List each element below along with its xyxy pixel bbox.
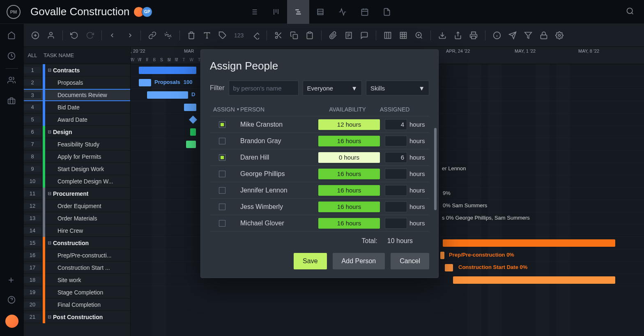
col-availability[interactable]: AVAILABILITY: [315, 106, 380, 113]
filter-name-input[interactable]: [229, 81, 299, 95]
bar-design[interactable]: [190, 128, 196, 136]
view-sheet-icon[interactable]: [309, 0, 331, 24]
hours-input[interactable]: [385, 119, 407, 130]
bar-feasibility[interactable]: [186, 141, 196, 148]
task-row[interactable]: 19Stage Completion: [24, 286, 130, 299]
lock-icon[interactable]: [540, 31, 548, 39]
hours-input[interactable]: [385, 185, 407, 196]
add-task-icon[interactable]: [31, 31, 39, 39]
task-row[interactable]: 8Apply for Permits: [24, 151, 130, 163]
columns-icon[interactable]: [384, 31, 392, 39]
filter-skills-select[interactable]: Skills ▼: [366, 81, 429, 95]
paste-icon[interactable]: [306, 31, 314, 39]
task-row[interactable]: 20Final Completion: [24, 299, 130, 311]
settings-icon[interactable]: [555, 31, 564, 39]
hours-input[interactable]: [385, 202, 407, 212]
hours-input[interactable]: [385, 218, 407, 229]
task-row[interactable]: 13Order Materials: [24, 212, 130, 225]
save-button[interactable]: Save: [294, 253, 327, 269]
add-icon[interactable]: [7, 276, 17, 286]
zoom-icon[interactable]: [415, 31, 423, 39]
text-format-icon[interactable]: [203, 31, 211, 39]
attach-icon[interactable]: [329, 31, 337, 39]
col-person[interactable]: PERSON: [240, 106, 315, 113]
app-logo[interactable]: PM: [7, 5, 21, 19]
task-row[interactable]: 4Bid Date: [24, 101, 130, 114]
assign-checkbox[interactable]: [219, 154, 225, 161]
task-row[interactable]: 2Proposals: [24, 76, 130, 89]
task-row[interactable]: 16Prep/Pre-constructi...: [24, 249, 130, 262]
milestone-award[interactable]: [189, 116, 197, 124]
view-board-icon[interactable]: [265, 0, 287, 24]
assign-checkbox[interactable]: [219, 171, 225, 177]
bar-bid-date[interactable]: [184, 104, 196, 111]
collapse-icon[interactable]: ⊟: [48, 314, 51, 320]
bar-contracts[interactable]: [139, 67, 196, 74]
task-row[interactable]: 10Complete Design W...: [24, 175, 130, 188]
add-person-button[interactable]: Add Person: [333, 253, 385, 269]
bar-proposals[interactable]: Proposals100: [139, 79, 151, 86]
bar-const-start[interactable]: [445, 264, 453, 271]
bar-construction[interactable]: [443, 239, 615, 247]
task-row[interactable]: 14Hire Crew: [24, 225, 130, 237]
task-row[interactable]: 5Award Date: [24, 114, 130, 126]
cut-icon[interactable]: [274, 31, 283, 39]
collapse-icon[interactable]: ⊟: [48, 240, 51, 246]
task-row[interactable]: 6⊟Design: [24, 126, 130, 138]
assign-icon[interactable]: [47, 31, 55, 39]
indent-icon[interactable]: [125, 31, 133, 39]
collapse-icon[interactable]: ⊟: [48, 129, 51, 134]
redo-icon[interactable]: [86, 31, 94, 39]
link-icon[interactable]: [148, 31, 156, 39]
col-all[interactable]: ALL: [24, 52, 41, 58]
note-icon[interactable]: [345, 31, 353, 39]
bar-sitework[interactable]: [453, 276, 615, 284]
col-assign[interactable]: ASSIGN▼: [210, 106, 240, 113]
view-gantt-icon[interactable]: [287, 0, 309, 24]
task-row[interactable]: 7Feasibility Study: [24, 138, 130, 151]
copy-icon[interactable]: [290, 31, 298, 39]
briefcase-icon[interactable]: [7, 97, 16, 106]
task-row[interactable]: 17Construction Start ...: [24, 262, 130, 274]
print-icon[interactable]: [469, 31, 478, 39]
view-file-icon[interactable]: [376, 0, 398, 24]
col-task-name[interactable]: TASK NAME: [41, 52, 130, 58]
col-assigned[interactable]: ASSIGNED: [380, 106, 429, 113]
help-icon[interactable]: [7, 296, 16, 305]
view-activity-icon[interactable]: [331, 0, 354, 24]
hours-input[interactable]: [385, 169, 407, 179]
avatar-user-gp[interactable]: GP: [142, 7, 152, 17]
cancel-button[interactable]: Cancel: [391, 253, 429, 269]
export-icon[interactable]: [438, 31, 446, 39]
share-icon[interactable]: [454, 31, 462, 39]
assign-checkbox[interactable]: [219, 138, 225, 144]
filter-everyone-select[interactable]: Everyone ▼: [303, 81, 362, 95]
current-user-avatar[interactable]: [5, 315, 18, 328]
task-row[interactable]: 9Start Design Work: [24, 163, 130, 175]
task-row[interactable]: 1⊟Contracts: [24, 64, 130, 76]
hours-input[interactable]: [385, 136, 407, 146]
assign-checkbox[interactable]: [219, 220, 225, 227]
send-icon[interactable]: [508, 31, 517, 39]
task-row[interactable]: 18Site work: [24, 274, 130, 286]
grid-icon[interactable]: [399, 31, 407, 39]
task-row[interactable]: 12Order Equipment: [24, 200, 130, 212]
clock-icon[interactable]: [7, 52, 16, 61]
unlink-icon[interactable]: [164, 31, 172, 39]
delete-icon[interactable]: [187, 31, 196, 39]
task-row[interactable]: 11⊟Procurement: [24, 188, 130, 200]
diamond-icon[interactable]: [251, 31, 259, 39]
hours-input[interactable]: [385, 152, 407, 163]
outdent-icon[interactable]: [109, 31, 117, 39]
task-row[interactable]: 15⊟Construction: [24, 237, 130, 249]
bar-documents-review[interactable]: D: [147, 91, 188, 99]
filter-icon[interactable]: [524, 31, 532, 39]
assign-checkbox[interactable]: [219, 187, 225, 194]
assign-checkbox[interactable]: [219, 121, 225, 128]
search-icon[interactable]: [623, 4, 637, 20]
people-icon[interactable]: [7, 76, 16, 85]
assign-checkbox[interactable]: [219, 204, 225, 210]
collapse-icon[interactable]: ⊟: [48, 191, 51, 196]
view-list-icon[interactable]: [243, 0, 265, 24]
tag-icon[interactable]: [218, 31, 227, 39]
